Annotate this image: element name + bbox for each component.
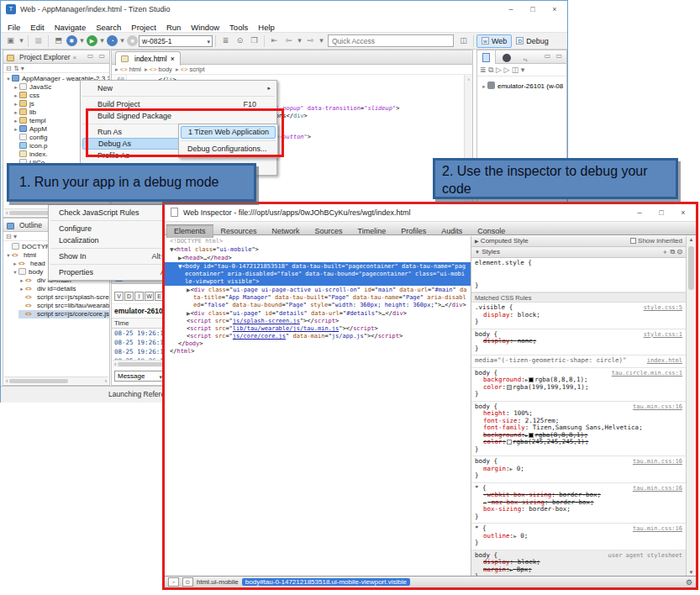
dom-twisty-icon[interactable]: ▶ xyxy=(187,287,191,292)
tree-collapsed-icon[interactable]: ▸ xyxy=(481,83,487,90)
css-property[interactable]: color:rgba(245,245,245,1); xyxy=(475,439,682,446)
forward-arrow-icon[interactable]: ⇨ xyxy=(304,34,317,47)
expand-arrow-icon[interactable]: ▶ xyxy=(525,432,529,438)
new-wizard-icon[interactable]: ▣ xyxy=(4,34,17,47)
inspect-element-icon[interactable]: ⊙ xyxy=(182,577,193,587)
run-dropdown-icon[interactable]: ▾ xyxy=(99,34,105,47)
menubar-edit[interactable]: Edit xyxy=(25,21,49,34)
css-source-link[interactable]: tau.min.css:16 xyxy=(633,525,682,533)
css-property[interactable]: margin:▶ 0; xyxy=(475,466,682,473)
log-filter-v-button[interactable]: V xyxy=(114,292,124,301)
dom-node[interactable]: ▼<body id="tau-0-1472121853518" data-tau… xyxy=(165,262,471,286)
dom-node[interactable]: ▶<head>…</head> xyxy=(165,254,471,262)
css-property[interactable]: ⚠-moz-box-sizing: border-box; xyxy=(475,499,682,507)
inspector-titlebar[interactable]: Web Inspector - file:///opt/usr/apps/0wJ… xyxy=(165,204,696,221)
tab-device[interactable] xyxy=(477,50,496,64)
window-icon[interactable]: ❒ xyxy=(248,34,261,47)
search-icon[interactable]: ⊙ xyxy=(234,34,246,47)
expand-arrow-icon[interactable]: ▶ xyxy=(510,566,513,572)
menu-item-build-project[interactable]: Build ProjectF10 xyxy=(82,98,275,110)
panel-icon[interactable]: ◫ xyxy=(457,34,470,47)
dom-node[interactable]: ▶<div class="ui-page" id="details" data-… xyxy=(165,309,471,318)
forward-dropdown-icon[interactable]: ▾ xyxy=(318,34,324,47)
color-swatch[interactable] xyxy=(507,440,512,445)
css-rule[interactable]: style.css:1body {display: none;} xyxy=(471,329,686,356)
css-rule[interactable]: tau.min.css:16body {height: 100%;font-si… xyxy=(471,402,686,457)
dom-node[interactable]: </html> xyxy=(165,348,471,355)
styles-toolbar-icons[interactable]: ＋ ⧉ ⚙ xyxy=(661,247,682,257)
launch-config-combo[interactable]: w-0825-1 xyxy=(139,35,213,47)
log-filter-i-button[interactable]: I xyxy=(134,292,144,301)
outline-item-div-id-details[interactable]: ▸<>div id=details xyxy=(18,285,109,293)
menubar-search[interactable]: Search xyxy=(91,21,126,34)
css-rule[interactable]: tau.circle.min.css:1body {background:▶rg… xyxy=(471,368,686,402)
gear-icon[interactable]: ⚙ xyxy=(686,578,692,587)
maximize-icon[interactable]: □ xyxy=(650,204,672,221)
message-filter-combo[interactable]: Message xyxy=(114,371,165,382)
quick-access-input[interactable] xyxy=(328,34,454,47)
css-source-link[interactable]: style.css:1 xyxy=(644,331,682,339)
element-style-rule[interactable]: element.style {} xyxy=(471,258,686,292)
expand-arrow-icon[interactable]: ▶ xyxy=(513,533,517,539)
breadcrumb-body-selected[interactable]: body#tau-0-1472121853518.ui-mobile-viewp… xyxy=(242,578,410,586)
stop-icon[interactable]: ■ xyxy=(127,35,138,46)
css-rule[interactable]: tau.min.css:16* {outline:▶ 0;} xyxy=(471,524,686,550)
breadcrumb-html[interactable]: <> html xyxy=(120,66,141,73)
horizontal-scrollbar[interactable]: ‹› xyxy=(4,376,108,384)
tab-globe[interactable] xyxy=(497,51,516,65)
css-rule[interactable]: user agent stylesheetbody {display: bloc… xyxy=(471,550,686,577)
dom-twisty-icon[interactable]: ▶ xyxy=(187,310,191,316)
dom-node[interactable]: <script src="js/core/core.js" data-main=… xyxy=(165,333,471,340)
color-swatch[interactable] xyxy=(529,377,534,382)
breadcrumb-body[interactable]: <> body xyxy=(150,66,172,73)
run-icon[interactable]: ▶ xyxy=(87,35,97,46)
css-property[interactable]: margin:▶ 8px; xyxy=(475,566,682,574)
dom-doctype[interactable]: <!DOCTYPE html> xyxy=(165,238,471,245)
breadcrumb-html[interactable]: html.ui-mobile xyxy=(197,578,239,586)
new-wizard-dropdown-icon[interactable]: ▾ xyxy=(18,34,24,47)
css-property[interactable]: display: block; xyxy=(475,559,682,566)
minimize-icon[interactable]: – xyxy=(500,1,522,18)
css-property[interactable]: height: 100%; xyxy=(475,410,682,418)
computed-style-bar[interactable]: ▶ Computed Style Show inherited xyxy=(471,236,686,247)
menubar-project[interactable]: Project xyxy=(126,21,161,34)
close-tab-icon[interactable]: × xyxy=(72,54,76,61)
css-property[interactable]: display: block; xyxy=(475,312,682,319)
package-icon[interactable]: ⬒ xyxy=(52,34,65,47)
css-rule[interactable]: tau.min.css:16body {margin:▶ 0;} xyxy=(471,456,686,483)
css-property[interactable]: display: none; xyxy=(475,338,682,345)
css-property[interactable]: -webkit-box-sizing: border-box; xyxy=(475,492,682,499)
css-property[interactable]: font-size: 2.125rem; xyxy=(475,418,682,425)
vertical-scrollbar[interactable]: ▲ ▼ xyxy=(686,236,696,576)
save-icon[interactable]: ▦ xyxy=(32,34,45,47)
menu-item-build-signed-package[interactable]: Build Signed Package xyxy=(82,110,275,122)
media-rule[interactable]: index.htmlmedia="(-tizen-geometric-shape… xyxy=(471,355,686,368)
dom-twisty-icon[interactable]: ▼ xyxy=(178,263,182,269)
scroll-thumb[interactable] xyxy=(688,246,694,290)
menu-item-new[interactable]: New▸ xyxy=(82,82,275,94)
outline-item-script-src-js-core-core-js[interactable]: <>script src=js/core/core.js xyxy=(18,310,109,319)
menubar-window[interactable]: Window xyxy=(186,21,224,34)
css-source-link[interactable]: index.html xyxy=(647,357,682,365)
console-toggle-icon[interactable]: ＞ xyxy=(168,577,179,587)
show-inherited-checkbox[interactable] xyxy=(630,238,636,244)
close-icon[interactable]: × xyxy=(672,204,694,221)
css-rule[interactable]: style.css:5.visible {display: block;} xyxy=(471,303,686,329)
css-property[interactable]: box-sizing: border-box; xyxy=(475,506,682,513)
editor-breadcrumb[interactable]: ▸ <> html▸ <> body▸ <> script xyxy=(112,65,472,75)
css-source-link[interactable]: style.css:5 xyxy=(644,304,682,312)
profile-dropdown-icon[interactable]: ▾ xyxy=(119,34,125,47)
menubar-run[interactable]: Run xyxy=(161,21,186,34)
debug-icon[interactable]: ✱ xyxy=(66,35,77,46)
menubar-file[interactable]: File xyxy=(3,21,25,34)
menubar-help[interactable]: Help xyxy=(253,21,280,34)
device-tree-item[interactable]: ▸emulator-26101 (w-08 xyxy=(477,76,566,90)
color-swatch[interactable] xyxy=(529,433,534,438)
expand-arrow-icon[interactable]: ▶ xyxy=(510,466,513,471)
panel-minmax-icons[interactable]: ▭ ▭ xyxy=(545,52,564,60)
menu-item-debug-configurations[interactable]: Debug Configurations... xyxy=(181,143,276,155)
dom-node[interactable]: </body> xyxy=(165,340,471,348)
close-icon[interactable]: × xyxy=(544,1,566,18)
dom-node[interactable]: ▼<html class="ui-mobile"> xyxy=(165,245,471,254)
css-source-link[interactable]: tau.min.css:16 xyxy=(633,485,682,492)
